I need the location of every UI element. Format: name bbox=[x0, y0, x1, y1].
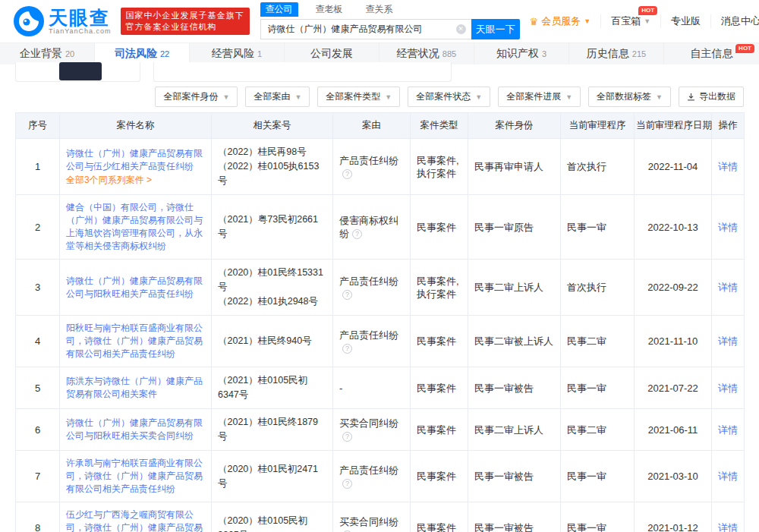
nav-item[interactable]: ♛ 百宝箱 ▼ HOT bbox=[600, 14, 660, 28]
case-reason-cell: 侵害商标权纠纷 bbox=[333, 195, 411, 260]
nav-item[interactable]: ♛ 会员服务 ▼ bbox=[520, 14, 601, 28]
nav-item[interactable]: ♛ 消息中心 ▼ bbox=[710, 14, 759, 28]
case-number: （2022）桂0105执6153号 bbox=[218, 159, 326, 188]
section-tab[interactable]: 企业背景 20 bbox=[0, 43, 95, 65]
case-type-cell: 民事案件 bbox=[411, 367, 468, 409]
case-name-link[interactable]: 诗微仕（广州）健康产品贸易有限公司与阳秋旺相关产品责任纠纷 bbox=[66, 275, 205, 301]
case-name-link[interactable]: 许承凯与南宁柏联百盛商业有限公司，诗微仕（广州）健康产品贸易有限公司相关产品责任… bbox=[66, 457, 205, 496]
cases-table-wrap: 序号案件名称相关案号案由案件类型案件身份当前审理程序当前审理程序日期操作 1 诗… bbox=[15, 112, 744, 532]
case-name-link[interactable]: 阳秋旺与南宁柏联百盛商业有限公司，诗微仕（广州）健康产品贸易有限公司相关产品责任… bbox=[66, 322, 205, 360]
action-cell: 详情 bbox=[712, 451, 745, 502]
procedure-date-cell: 2021-01-12 bbox=[635, 502, 712, 532]
table-row: 2 健合（中国）有限公司，诗微仕（广州）健康产品贸易有限公司与上海旭饮咨询管理有… bbox=[16, 195, 745, 260]
case-type-cell: 民事案件 bbox=[411, 195, 468, 260]
case-numbers-cell: （2021）桂01民终1879号 bbox=[212, 409, 333, 451]
search-scope-tab[interactable]: 查公司 bbox=[260, 2, 298, 17]
help-icon[interactable] bbox=[342, 479, 352, 489]
case-name-link[interactable]: 诗微仕（广州）健康产品贸易有限公司与伍少红相关产品责任纠纷 bbox=[66, 147, 205, 173]
detail-link[interactable]: 详情 bbox=[718, 335, 738, 347]
current-procedure-cell: 民事一审 bbox=[561, 367, 635, 409]
case-name-link[interactable]: 健合（中国）有限公司，诗微仕（广州）健康产品贸易有限公司与上海旭饮咨询管理有限公… bbox=[66, 201, 205, 253]
case-type-cell: 民事案件,执行案件 bbox=[411, 260, 468, 316]
partial-company-logo bbox=[59, 62, 102, 80]
search-input[interactable] bbox=[260, 19, 471, 39]
search-tabs: 查公司查老板查关系 bbox=[260, 3, 520, 17]
filter-dropdown[interactable]: 全部案由▼ bbox=[245, 87, 310, 107]
section-tab[interactable]: 经营风险 1 bbox=[190, 43, 285, 65]
crown-icon: ♛ bbox=[530, 16, 539, 27]
section-tab[interactable]: 公司发展 bbox=[285, 43, 380, 65]
current-procedure-cell: 民事一审 bbox=[561, 502, 635, 532]
case-reason-cell: 产品责任纠纷 bbox=[333, 316, 411, 367]
chevron-down-icon: ▼ bbox=[656, 93, 663, 101]
section-tab[interactable]: 知识产权 3 bbox=[474, 43, 569, 65]
tab-count: 3 bbox=[542, 49, 546, 58]
scrolled-cards-strip bbox=[0, 65, 759, 86]
action-cell: 详情 bbox=[712, 502, 745, 532]
case-number: （2020）桂01民初2471号 bbox=[218, 462, 326, 491]
tab-count: 885 bbox=[442, 49, 456, 58]
badge-line2: 官方备案企业征信机构 bbox=[126, 21, 244, 33]
help-icon[interactable] bbox=[342, 344, 352, 354]
search-scope-tab[interactable]: 查关系 bbox=[361, 2, 398, 17]
column-header: 当前审理程序 bbox=[561, 113, 635, 139]
series-cases-link[interactable]: 全部3个同系列案件 > bbox=[66, 174, 205, 187]
gov-certification-badge: 国家中小企业发展子基金旗下 官方备案企业征信机构 bbox=[121, 8, 250, 35]
section-tab[interactable]: 司法风险 22 bbox=[95, 43, 190, 65]
detail-link[interactable]: 详情 bbox=[718, 282, 738, 293]
help-icon[interactable] bbox=[352, 229, 362, 239]
detail-link[interactable]: 详情 bbox=[718, 382, 738, 394]
column-header: 案件身份 bbox=[468, 113, 561, 139]
badge-line1: 国家中小企业发展子基金旗下 bbox=[126, 10, 244, 21]
chevron-down-icon: ▼ bbox=[294, 93, 301, 101]
case-numbers-cell: （2020）桂01民初2471号 bbox=[212, 451, 333, 502]
filter-dropdown[interactable]: 全部案件状态▼ bbox=[408, 87, 490, 107]
search-button[interactable]: 天眼一下 bbox=[471, 19, 520, 39]
export-data-button[interactable]: 导出数据 bbox=[679, 87, 744, 107]
tianyancha-logo[interactable]: 天眼查 TianYanCha.com bbox=[14, 6, 112, 36]
current-procedure-cell: 民事一审 bbox=[561, 451, 635, 502]
chevron-down-icon: ▼ bbox=[644, 17, 650, 25]
case-index: 7 bbox=[16, 451, 60, 502]
case-identity-cell: 民事二审上诉人 bbox=[468, 260, 561, 316]
case-reason-cell: 买卖合同纠纷 bbox=[333, 502, 411, 532]
detail-link[interactable]: 详情 bbox=[718, 424, 738, 436]
case-number: （2020）桂01民终15331号 bbox=[218, 266, 326, 294]
case-numbers-cell: （2020）桂0105民初3305号 bbox=[212, 502, 333, 532]
filter-dropdown[interactable]: 全部数据标签▼ bbox=[588, 87, 671, 107]
case-name-link[interactable]: 陈洪东与诗微仕（广州）健康产品贸易有限公司相关案件 bbox=[66, 375, 205, 401]
help-icon[interactable] bbox=[342, 432, 352, 442]
case-name-link[interactable]: 伍少红与广西海之喔商贸有限公司，诗微仕（广州）健康产品贸易有限公司相关买卖合同纠… bbox=[66, 508, 205, 532]
case-name-cell: 健合（中国）有限公司，诗微仕（广州）健康产品贸易有限公司与上海旭饮咨询管理有限公… bbox=[60, 195, 212, 260]
top-bar: 天眼查 TianYanCha.com 国家中小企业发展子基金旗下 官方备案企业征… bbox=[0, 0, 759, 42]
tab-count: 20 bbox=[65, 49, 74, 58]
detail-link[interactable]: 详情 bbox=[718, 522, 738, 532]
case-type-cell: 民事案件 bbox=[411, 409, 468, 451]
action-cell: 详情 bbox=[712, 409, 745, 451]
filter-dropdown[interactable]: 全部案件进展▼ bbox=[498, 87, 581, 107]
search-scope-tab[interactable]: 查老板 bbox=[310, 2, 348, 17]
case-number: （2022）桂01执2948号 bbox=[218, 294, 326, 309]
case-identity-cell: 民事一审被告 bbox=[468, 367, 561, 409]
nav-item[interactable]: ♛ 专业版 ▼ bbox=[660, 14, 710, 28]
detail-link[interactable]: 详情 bbox=[718, 161, 738, 172]
procedure-date-cell: 2022-10-13 bbox=[635, 195, 712, 260]
detail-link[interactable]: 详情 bbox=[718, 471, 738, 482]
case-numbers-cell: （2021）粤73民初2661号 bbox=[212, 195, 333, 260]
section-tab[interactable]: 经营状况 885 bbox=[380, 43, 474, 65]
case-reason-cell: 产品责任纠纷 bbox=[333, 260, 411, 316]
tab-count: 1 bbox=[257, 49, 262, 58]
help-icon[interactable] bbox=[342, 169, 352, 179]
case-identity-cell: 民事二审被上诉人 bbox=[468, 316, 561, 367]
case-identity-cell: 民事一审被告 bbox=[468, 502, 561, 532]
detail-link[interactable]: 详情 bbox=[718, 222, 738, 233]
action-cell: 详情 bbox=[712, 260, 745, 316]
section-tab[interactable]: 自主信息 HOT bbox=[664, 43, 759, 65]
section-tab[interactable]: 历史信息 215 bbox=[569, 43, 664, 65]
clear-search-icon[interactable]: ✕ bbox=[456, 24, 466, 34]
help-icon[interactable] bbox=[342, 290, 352, 300]
column-header: 操作 bbox=[712, 113, 745, 139]
filter-dropdown[interactable]: 全部案件身份▼ bbox=[155, 87, 238, 107]
case-name-link[interactable]: 诗微仕（广州）健康产品贸易有限公司与阳秋旺相关买卖合同纠纷 bbox=[66, 417, 205, 442]
filter-dropdown[interactable]: 全部案件类型▼ bbox=[317, 87, 400, 107]
